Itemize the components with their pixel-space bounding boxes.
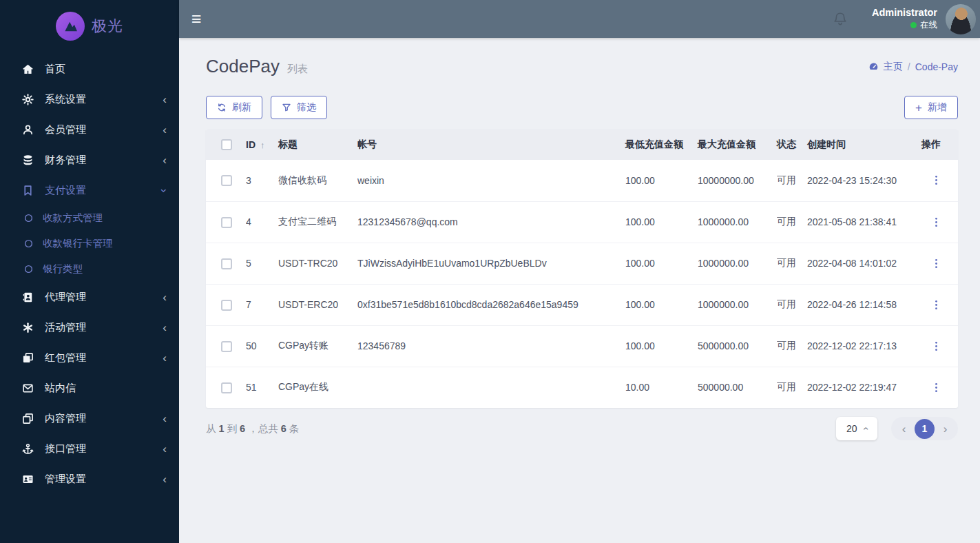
codepay-table: ID↑ 标题 帐号 最低充值金额 最大充值金额 状态 创建时间 操作 3微信收款… bbox=[206, 129, 958, 408]
user-menu[interactable]: Administrator 在线 bbox=[872, 7, 937, 31]
logo-icon bbox=[56, 12, 85, 41]
cell-account bbox=[357, 367, 625, 408]
sidebar-item-system-settings[interactable]: 系统设置‹ bbox=[0, 84, 179, 114]
chevron-left-icon: ‹ bbox=[163, 124, 167, 136]
address-book-icon bbox=[21, 290, 34, 304]
row-actions-button[interactable] bbox=[932, 339, 941, 354]
cell-account: 0xf31be571e5d8b1610bcd8cda2682a646e15a94… bbox=[357, 284, 625, 325]
cell-status: 可用 bbox=[777, 243, 807, 284]
cell-id: 7 bbox=[246, 284, 278, 325]
sort-asc-icon[interactable]: ↑ bbox=[260, 140, 265, 150]
row-actions-button[interactable] bbox=[932, 256, 941, 271]
page-size-select[interactable]: 20 › bbox=[836, 417, 877, 440]
sidebar-item-redpacket-management[interactable]: 红包管理‹ bbox=[0, 342, 179, 373]
cell-max-amount: 500000.00 bbox=[698, 367, 777, 408]
breadcrumb-current: Code-Pay bbox=[915, 61, 958, 72]
cell-account: weixin bbox=[357, 160, 625, 201]
cell-max-amount: 10000000.00 bbox=[698, 160, 777, 201]
sidebar-item-content-management[interactable]: 内容管理‹ bbox=[0, 403, 179, 433]
row-checkbox[interactable] bbox=[221, 175, 232, 186]
sidebar-nav: 首页系统设置‹会员管理‹财务管理‹支付设置›收款方式管理收款银行卡管理银行类型代… bbox=[0, 48, 179, 494]
sidebar-item-label: 站内信 bbox=[45, 382, 76, 395]
row-actions-button[interactable] bbox=[932, 298, 941, 312]
row-checkbox[interactable] bbox=[221, 258, 232, 269]
row-checkbox[interactable] bbox=[221, 217, 232, 228]
sidebar-item-api-management[interactable]: 接口管理‹ bbox=[0, 433, 179, 464]
circle-icon bbox=[23, 264, 34, 275]
chevron-left-icon: ‹ bbox=[163, 443, 167, 455]
chevron-left-icon: ‹ bbox=[163, 473, 167, 485]
select-all-checkbox[interactable] bbox=[221, 139, 232, 150]
sidebar-subitem-receiving-bank-card-management[interactable]: 收款银行卡管理 bbox=[0, 231, 179, 256]
prev-page-button[interactable]: ‹ bbox=[895, 423, 913, 435]
user-icon bbox=[21, 123, 34, 136]
sidebar-item-payment-settings[interactable]: 支付设置› bbox=[0, 175, 179, 205]
home-icon bbox=[21, 62, 34, 76]
row-select-cell bbox=[206, 325, 246, 367]
sidebar-subitem-payment-method-management[interactable]: 收款方式管理 bbox=[0, 205, 179, 231]
row-select-cell bbox=[206, 243, 246, 284]
cell-max-amount: 1000000.00 bbox=[698, 201, 777, 243]
row-actions-button[interactable] bbox=[932, 173, 941, 187]
cell-min-amount: 100.00 bbox=[625, 160, 698, 201]
logo: 极光 bbox=[0, 4, 179, 48]
row-select-cell bbox=[206, 284, 246, 325]
table-row: 51CGPay在线10.00500000.00可用2022-12-02 22:1… bbox=[206, 367, 958, 408]
cell-id: 51 bbox=[246, 367, 278, 408]
main-content: CodePay 列表 主页 / Code-Pay 刷新 bbox=[179, 38, 980, 543]
sidebar-item-admin-settings[interactable]: 管理设置‹ bbox=[0, 464, 179, 494]
sidebar-item-agent-management[interactable]: 代理管理‹ bbox=[0, 282, 179, 312]
cell-created-time: 2022-04-23 15:24:30 bbox=[807, 160, 917, 201]
sidebar-item-label: 活动管理 bbox=[45, 321, 86, 334]
sidebar-item-label: 支付设置 bbox=[45, 184, 86, 197]
column-id: ID bbox=[246, 139, 256, 150]
row-checkbox[interactable] bbox=[221, 341, 232, 352]
sidebar-item-label: 代理管理 bbox=[45, 291, 86, 304]
online-status: 在线 bbox=[872, 19, 937, 31]
table-header-row: ID↑ 标题 帐号 最低充值金额 最大充值金额 状态 创建时间 操作 bbox=[206, 129, 958, 160]
logo-text: 极光 bbox=[92, 16, 123, 37]
sidebar-item-label: 接口管理 bbox=[45, 442, 86, 455]
cell-min-amount: 100.00 bbox=[625, 201, 698, 243]
row-checkbox[interactable] bbox=[221, 300, 232, 311]
plus-icon: + bbox=[915, 102, 922, 114]
cell-created-time: 2022-04-08 14:01:02 bbox=[807, 243, 917, 284]
cell-min-amount: 100.00 bbox=[625, 243, 698, 284]
sidebar-item-site-messages[interactable]: 站内信 bbox=[0, 373, 179, 403]
sidebar-subitem-bank-type[interactable]: 银行类型 bbox=[0, 256, 179, 282]
row-checkbox[interactable] bbox=[221, 382, 232, 393]
table-card: ID↑ 标题 帐号 最低充值金额 最大充值金额 状态 创建时间 操作 3微信收款… bbox=[206, 129, 958, 408]
asterisk-icon bbox=[21, 320, 34, 334]
online-status-label: 在线 bbox=[920, 19, 937, 31]
sidebar-item-activity-management[interactable]: 活动管理‹ bbox=[0, 312, 179, 342]
avatar[interactable] bbox=[946, 4, 976, 34]
sidebar-item-finance-management[interactable]: 财务管理‹ bbox=[0, 145, 179, 175]
sidebar-subitem-label: 收款银行卡管理 bbox=[43, 237, 113, 250]
column-account: 帐号 bbox=[357, 129, 625, 160]
sidebar-subitem-label: 收款方式管理 bbox=[43, 212, 103, 225]
row-actions-button[interactable] bbox=[932, 380, 941, 395]
cell-actions bbox=[917, 201, 958, 243]
sidebar-item-member-management[interactable]: 会员管理‹ bbox=[0, 114, 179, 145]
menu-toggle-icon[interactable]: ≡ bbox=[191, 10, 202, 28]
add-button[interactable]: + 新增 bbox=[904, 96, 958, 119]
current-page-button[interactable]: 1 bbox=[915, 419, 935, 439]
cell-title: USDT-TRC20 bbox=[278, 243, 357, 284]
cell-status: 可用 bbox=[777, 284, 807, 325]
database-icon bbox=[21, 153, 34, 167]
cell-account: TJiWzissAdyiHbE1uUvamo1URpZbUeBLDv bbox=[357, 243, 625, 284]
filter-button[interactable]: 筛选 bbox=[271, 96, 327, 119]
next-page-button[interactable]: › bbox=[936, 423, 955, 435]
cell-actions bbox=[917, 243, 958, 284]
id-card-icon bbox=[21, 472, 34, 486]
sidebar-item-home[interactable]: 首页 bbox=[0, 54, 179, 84]
bell-icon[interactable] bbox=[832, 11, 848, 28]
row-actions-button[interactable] bbox=[932, 215, 941, 229]
cell-min-amount: 100.00 bbox=[625, 325, 698, 367]
row-select-cell bbox=[206, 367, 246, 408]
sidebar: 极光 首页系统设置‹会员管理‹财务管理‹支付设置›收款方式管理收款银行卡管理银行… bbox=[0, 0, 179, 543]
cell-max-amount: 1000000.00 bbox=[698, 243, 777, 284]
breadcrumb-home-link[interactable]: 主页 bbox=[884, 61, 903, 73]
refresh-button[interactable]: 刷新 bbox=[206, 96, 262, 119]
column-created-time: 创建时间 bbox=[807, 129, 917, 160]
